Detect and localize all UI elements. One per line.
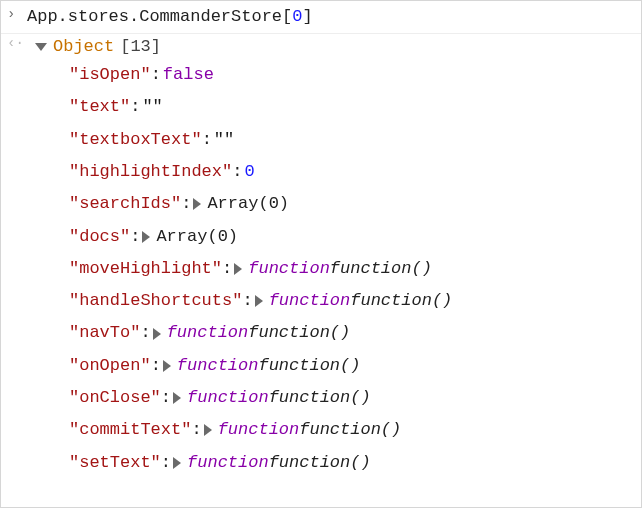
colon: :	[151, 350, 161, 382]
disclosure-right-icon[interactable]	[163, 360, 171, 372]
object-type-label: Object	[53, 35, 114, 59]
colon: :	[222, 253, 232, 285]
property-row[interactable]: "isOpen": false	[27, 59, 641, 91]
colon: :	[140, 317, 150, 349]
colon: :	[232, 156, 242, 188]
property-row[interactable]: "searchIds": Array(0)	[27, 188, 641, 220]
input-index: 0	[292, 7, 302, 26]
property-row[interactable]: "handleShortcuts": function function()	[27, 285, 641, 317]
property-row[interactable]: "textboxText": ""	[27, 124, 641, 156]
property-row[interactable]: "commitText": function function()	[27, 414, 641, 446]
function-signature: function()	[269, 382, 371, 414]
property-value-number: 0	[244, 156, 254, 188]
property-key: "onClose"	[69, 382, 161, 414]
function-signature: function()	[248, 317, 350, 349]
function-signature: function()	[269, 447, 371, 479]
function-signature: function()	[330, 253, 432, 285]
colon: :	[130, 91, 140, 123]
function-keyword: function	[177, 350, 259, 382]
function-signature: function()	[258, 350, 360, 382]
function-keyword: function	[167, 317, 249, 349]
function-keyword: function	[248, 253, 330, 285]
disclosure-right-icon[interactable]	[234, 263, 242, 275]
property-row[interactable]: "navTo": function function()	[27, 317, 641, 349]
property-row[interactable]: "setText": function function()	[27, 447, 641, 479]
console-input-text: App.stores.CommanderStore[0]	[27, 6, 641, 27]
colon: :	[161, 382, 171, 414]
disclosure-right-icon[interactable]	[173, 392, 181, 404]
property-key: "text"	[69, 91, 130, 123]
property-key: "handleShortcuts"	[69, 285, 242, 317]
input-prefix: App.stores.CommanderStore[	[27, 7, 292, 26]
property-row[interactable]: "onClose": function function()	[27, 382, 641, 414]
property-key: "onOpen"	[69, 350, 151, 382]
object-prop-count: 13	[130, 35, 150, 59]
disclosure-right-icon[interactable]	[193, 198, 201, 210]
colon: :	[130, 221, 140, 253]
input-suffix: ]	[302, 7, 312, 26]
property-key: "navTo"	[69, 317, 140, 349]
property-value-string: ""	[214, 124, 234, 156]
console-output: Object [13] "isOpen": false"text": """te…	[27, 35, 641, 479]
property-key: "highlightIndex"	[69, 156, 232, 188]
property-key: "docs"	[69, 221, 130, 253]
function-keyword: function	[269, 285, 351, 317]
console-input-row[interactable]: › App.stores.CommanderStore[0]	[1, 5, 641, 34]
property-key: "isOpen"	[69, 59, 151, 91]
disclosure-right-icon[interactable]	[153, 328, 161, 340]
property-row[interactable]: "highlightIndex": 0	[27, 156, 641, 188]
colon: :	[242, 285, 252, 317]
disclosure-right-icon[interactable]	[142, 231, 150, 243]
property-value-bool: false	[163, 59, 214, 91]
function-signature: function()	[299, 414, 401, 446]
property-row[interactable]: "onOpen": function function()	[27, 350, 641, 382]
function-keyword: function	[187, 382, 269, 414]
count-close: ]	[151, 35, 161, 59]
property-value-array: Array(0)	[207, 188, 289, 220]
devtools-console: › App.stores.CommanderStore[0] ‹· Object…	[0, 0, 642, 508]
property-key: "moveHighlight"	[69, 253, 222, 285]
function-signature: function()	[350, 285, 452, 317]
disclosure-down-icon[interactable]	[35, 43, 47, 51]
disclosure-right-icon[interactable]	[173, 457, 181, 469]
console-output-row: ‹· Object [13] "isOpen": false"text": ""…	[1, 34, 641, 483]
property-row[interactable]: "docs": Array(0)	[27, 221, 641, 253]
count-open: [	[120, 35, 130, 59]
return-icon: ‹·	[7, 35, 27, 53]
property-key: "commitText"	[69, 414, 191, 446]
colon: :	[202, 124, 212, 156]
object-header[interactable]: Object [13]	[27, 35, 641, 59]
property-key: "searchIds"	[69, 188, 181, 220]
function-keyword: function	[218, 414, 300, 446]
colon: :	[191, 414, 201, 446]
property-value-string: ""	[142, 91, 162, 123]
prompt-icon: ›	[7, 6, 27, 24]
property-key: "setText"	[69, 447, 161, 479]
property-row[interactable]: "moveHighlight": function function()	[27, 253, 641, 285]
colon: :	[151, 59, 161, 91]
property-row[interactable]: "text": ""	[27, 91, 641, 123]
colon: :	[181, 188, 191, 220]
function-keyword: function	[187, 447, 269, 479]
disclosure-right-icon[interactable]	[255, 295, 263, 307]
property-key: "textboxText"	[69, 124, 202, 156]
property-value-array: Array(0)	[156, 221, 238, 253]
disclosure-right-icon[interactable]	[204, 424, 212, 436]
object-properties: "isOpen": false"text": """textboxText": …	[27, 59, 641, 479]
colon: :	[161, 447, 171, 479]
